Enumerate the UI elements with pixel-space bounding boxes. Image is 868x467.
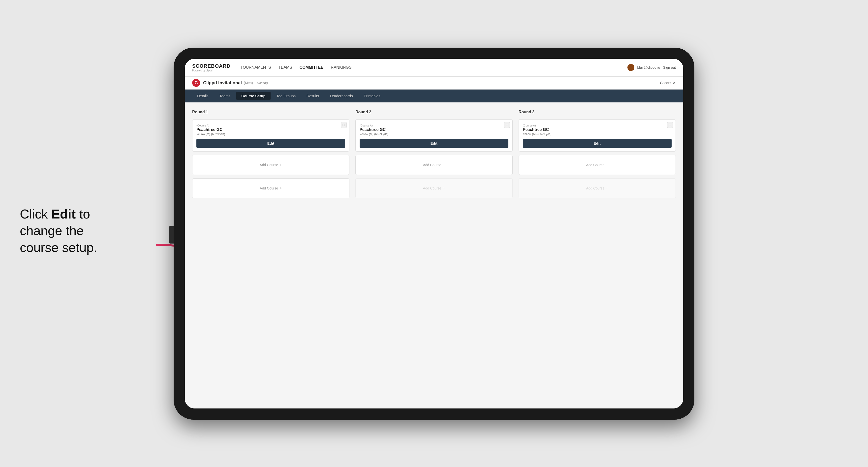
page-wrapper: Click Edit to change the course setup. S… — [0, 0, 868, 467]
round-1-course-name: Peachtree GC — [196, 127, 345, 132]
round-1-course-tag: (Course A) — [196, 124, 210, 127]
round-3-add-label-1: Add Course + — [586, 163, 608, 167]
tournament-status: Hosting — [257, 81, 268, 85]
tab-printables[interactable]: Printables — [359, 92, 385, 100]
round-3-plus-icon-2: + — [606, 186, 608, 190]
round-2-course-tag: (Course A) — [360, 124, 373, 127]
round-2-course-card: (Course A) □ Peachtree GC Yellow (M) (66… — [355, 119, 513, 152]
user-avatar — [627, 64, 634, 71]
round-1-course-details: Yellow (M) (6629 yds) — [196, 132, 345, 136]
round-1-column: Round 1 (Course A) □ Peachtree GC Yellow… — [192, 110, 349, 198]
sign-out-link[interactable]: Sign out — [663, 65, 676, 69]
round-2-add-course-2: Add Course + — [355, 178, 513, 198]
round-1-course-card: (Course A) □ Peachtree GC Yellow (M) (66… — [192, 119, 349, 152]
round-3-add-course-1[interactable]: Add Course + — [519, 155, 676, 175]
round-3-column: Round 3 (Course A) □ Peachtree GC Yellow… — [519, 110, 676, 198]
round-3-course-details: Yellow (M) (6629 yds) — [523, 132, 672, 136]
tablet-side-button — [169, 226, 174, 244]
round-3-edit-button[interactable]: Edit — [523, 139, 672, 148]
round-3-header: Round 3 — [519, 110, 676, 114]
round-2-course-name: Peachtree GC — [360, 127, 508, 132]
tournament-gender: (Men) — [244, 81, 253, 85]
round-1-edit-button[interactable]: Edit — [196, 139, 345, 148]
round-2-plus-icon-2: + — [443, 186, 445, 190]
round-3-add-label-2: Add Course + — [586, 186, 608, 190]
tab-teams[interactable]: Teams — [215, 92, 235, 100]
tournament-logo-icon: C — [192, 79, 200, 87]
round-3-course-tag: (Course A) — [523, 124, 536, 127]
round-3-course-card: (Course A) □ Peachtree GC Yellow (M) (66… — [519, 119, 676, 152]
rounds-grid: Round 1 (Course A) □ Peachtree GC Yellow… — [192, 110, 676, 198]
round-2-add-label-2: Add Course + — [423, 186, 445, 190]
round-1-add-course-1[interactable]: Add Course + — [192, 155, 349, 175]
round-2-add-label-1: Add Course + — [423, 163, 445, 167]
tournament-name: Clippd Invitational — [203, 80, 242, 86]
tablet-device: SCOREBOARD Powered by clippd TOURNAMENTS… — [174, 48, 694, 419]
round-1-plus-icon-1: + — [279, 163, 282, 167]
nav-teams[interactable]: TEAMS — [279, 65, 292, 70]
logo-powered-by: Powered by clippd — [192, 69, 230, 72]
round-2-header: Round 2 — [355, 110, 513, 114]
round-3-delete-button[interactable]: □ — [667, 122, 673, 128]
round-3-course-name: Peachtree GC — [523, 127, 672, 132]
round-2-column: Round 2 (Course A) □ Peachtree GC Yellow… — [355, 110, 513, 198]
annotation-bold: Edit — [51, 207, 75, 221]
nav-tournaments[interactable]: TOURNAMENTS — [240, 65, 271, 70]
tabs-bar: Details Teams Course Setup Tee Groups Re… — [185, 90, 683, 102]
round-2-add-course-1[interactable]: Add Course + — [355, 155, 513, 175]
top-nav: SCOREBOARD Powered by clippd TOURNAMENTS… — [185, 59, 683, 76]
round-2-course-details: Yellow (M) (6629 yds) — [360, 132, 508, 136]
round-1-plus-icon-2: + — [279, 186, 282, 190]
round-2-plus-icon-1: + — [443, 163, 445, 167]
main-content: Round 1 (Course A) □ Peachtree GC Yellow… — [185, 102, 683, 408]
round-1-delete-button[interactable]: □ — [341, 122, 347, 128]
logo-area: SCOREBOARD Powered by clippd — [192, 63, 230, 72]
nav-committee[interactable]: COMMITTEE — [300, 65, 323, 70]
tournament-bar: C Clippd Invitational (Men) Hosting Canc… — [185, 76, 683, 90]
round-3-plus-icon-1: + — [606, 163, 608, 167]
nav-links: TOURNAMENTS TEAMS COMMITTEE RANKINGS — [240, 65, 627, 70]
tablet-screen: SCOREBOARD Powered by clippd TOURNAMENTS… — [185, 59, 683, 408]
round-3-add-course-2: Add Course + — [519, 178, 676, 198]
round-1-add-label-2: Add Course + — [260, 186, 282, 190]
tab-leaderboards[interactable]: Leaderboards — [325, 92, 358, 100]
nav-rankings[interactable]: RANKINGS — [331, 65, 352, 70]
tab-course-setup[interactable]: Course Setup — [236, 92, 271, 100]
round-2-edit-button[interactable]: Edit — [360, 139, 508, 148]
cancel-button[interactable]: Cancel ✕ — [660, 81, 676, 85]
round-1-add-course-2[interactable]: Add Course + — [192, 178, 349, 198]
tab-tee-groups[interactable]: Tee Groups — [272, 92, 301, 100]
round-1-add-label-1: Add Course + — [260, 163, 282, 167]
user-email: blair@clippd.io — [638, 65, 660, 69]
tab-results[interactable]: Results — [302, 92, 324, 100]
scoreboard-logo: SCOREBOARD — [192, 63, 230, 69]
tab-details[interactable]: Details — [192, 92, 214, 100]
annotation-text: Click Edit to change the course setup. — [20, 206, 97, 256]
round-1-header: Round 1 — [192, 110, 349, 114]
round-2-delete-button[interactable]: □ — [504, 122, 510, 128]
nav-right: blair@clippd.io Sign out — [627, 64, 676, 71]
